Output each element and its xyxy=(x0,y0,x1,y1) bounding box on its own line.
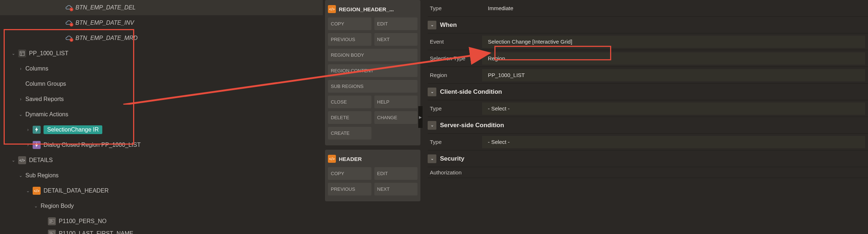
prop-row-client-type: Type - Select - xyxy=(428,100,868,117)
card-title: HEADER xyxy=(339,156,362,162)
gallery-btn-next[interactable]: NEXT xyxy=(374,183,418,195)
prop-label: Event xyxy=(428,39,482,45)
tree-panel: − BTN_EMP_DATE_DEL − BTN_EMP_DATE_INV − … xyxy=(0,0,323,234)
gallery-btn-create[interactable]: CREATE xyxy=(328,127,371,140)
prop-value[interactable]: PP_1000_LIST xyxy=(482,69,865,81)
prop-row-authorization: Authorization xyxy=(428,167,868,178)
prop-value[interactable]: Region xyxy=(482,52,865,65)
gallery-btn-region-body[interactable]: REGION BODY xyxy=(328,49,417,61)
button-icon: − xyxy=(65,5,73,11)
chevron-down-icon: ⌄ xyxy=(25,188,31,193)
tree-item-details[interactable]: ⌄ </> DETAILS xyxy=(0,153,323,168)
dynamic-action-icon xyxy=(33,141,41,149)
tree-label: DETAILS xyxy=(29,157,53,164)
gallery-btn-sub-regions[interactable]: SUB REGIONS xyxy=(328,80,417,93)
tree-item-btn-mrd[interactable]: − BTN_EMP_DATE_MRD xyxy=(0,31,323,46)
chevron-down-icon: ⌄ xyxy=(10,158,17,163)
section-title: When xyxy=(440,21,457,29)
tree-label: P1100_PERS_NO xyxy=(59,218,107,225)
tree-item-selection-change[interactable]: › SelectionChange IR xyxy=(0,122,323,137)
chevron-down-icon: ⌄ xyxy=(428,121,436,130)
tree-label: BTN_EMP_DATE_INV xyxy=(75,20,134,26)
gallery-btn-region-content[interactable]: REGION CONTENT xyxy=(328,64,417,77)
tree-label: BTN_EMP_DATE_MRD xyxy=(75,35,137,41)
tree-item-last-first-name[interactable]: P1100_LAST_FIRST_NAME xyxy=(0,229,323,234)
dynamic-action-icon xyxy=(33,126,41,134)
region-icon xyxy=(18,49,26,57)
tree-item-btn-del[interactable]: − BTN_EMP_DATE_DEL xyxy=(0,0,323,15)
section-when[interactable]: ⌄ When xyxy=(428,17,868,33)
section-title: Security xyxy=(440,155,464,162)
gallery-btn-next[interactable]: NEXT xyxy=(374,33,418,46)
tree-label: P1100_LAST_FIRST_NAME xyxy=(59,230,133,234)
tree-label: Dynamic Actions xyxy=(25,111,68,118)
tree-item-dialog-closed[interactable]: › Dialog Closed Region PP_1000_LIST xyxy=(0,137,323,153)
prop-row-region: Region PP_1000_LIST xyxy=(428,67,868,84)
section-server-condition[interactable]: ⌄ Server-side Condition xyxy=(428,117,868,134)
tree-item-pers-no[interactable]: P1100_PERS_NO xyxy=(0,214,323,229)
gallery-btn-close[interactable]: CLOSE xyxy=(328,96,371,108)
gallery-btn-copy[interactable]: COPY xyxy=(328,167,371,180)
prop-label: Region xyxy=(428,72,482,78)
prop-value[interactable]: - Select - xyxy=(482,102,865,115)
gallery-btn-edit[interactable]: EDIT xyxy=(374,17,418,30)
tree-label: Sub Regions xyxy=(25,172,59,179)
property-editor: ▶ Type Immediate ⌄ When Event Selection … xyxy=(423,0,868,234)
prop-value[interactable]: Immediate xyxy=(482,5,868,11)
tree-item-detail-data-header[interactable]: ⌄ </> DETAIL_DATA_HEADER xyxy=(0,183,323,198)
prop-value[interactable]: - Select - xyxy=(482,136,865,148)
prop-row-server-type: Type - Select - xyxy=(428,134,868,150)
prop-row-type: Type Immediate xyxy=(428,0,868,17)
gallery-btn-previous[interactable]: PREVIOUS xyxy=(328,183,371,195)
svg-rect-0 xyxy=(20,51,24,56)
prop-value-event[interactable]: Selection Change [Interactive Grid] xyxy=(482,36,865,48)
tree-item-pp1000-list[interactable]: ⌄ PP_1000_LIST xyxy=(0,46,323,61)
item-icon xyxy=(48,230,56,234)
tree-item-btn-inv[interactable]: − BTN_EMP_DATE_INV xyxy=(0,15,323,31)
prop-label: Selection Type xyxy=(428,55,482,61)
code-icon: </> xyxy=(328,5,336,13)
tree-label: Region Body xyxy=(41,203,74,209)
collapse-handle-right[interactable]: ▶ xyxy=(418,106,423,128)
chevron-right-icon: › xyxy=(17,66,24,71)
button-icon: − xyxy=(65,20,73,26)
chevron-down-icon: ⌄ xyxy=(428,154,436,163)
item-icon xyxy=(48,217,56,225)
gallery-btn-help[interactable]: HELP xyxy=(374,96,418,108)
tree-item-saved-reports[interactable]: › Saved Reports xyxy=(0,92,323,107)
chevron-down-icon: ⌄ xyxy=(428,21,436,29)
section-security[interactable]: ⌄ Security xyxy=(428,150,868,167)
chevron-down-icon: ⌄ xyxy=(10,51,17,56)
gallery-btn-change[interactable]: CHANGE xyxy=(374,111,418,124)
chevron-down-icon: ⌄ xyxy=(17,173,24,178)
gallery-btn-previous[interactable]: PREVIOUS xyxy=(328,33,371,46)
prop-label: Type xyxy=(428,139,482,145)
prop-label: Authorization xyxy=(428,169,482,176)
prop-row-selection-type: Selection Type Region xyxy=(428,50,868,67)
gallery-card-region-header: </> REGION_HEADER_... COPY EDIT PREVIOUS… xyxy=(325,0,420,145)
gallery-btn-edit[interactable]: EDIT xyxy=(374,167,418,180)
tree-item-columns[interactable]: › Columns xyxy=(0,61,323,76)
tree-label: SelectionChange IR xyxy=(44,125,102,134)
prop-row-event: Event Selection Change [Interactive Grid… xyxy=(428,33,868,50)
tree-label: Columns xyxy=(25,65,48,72)
section-title: Client-side Condition xyxy=(440,88,502,96)
chevron-right-icon: › xyxy=(17,97,24,102)
chevron-down-icon: ⌄ xyxy=(17,112,24,117)
code-icon: </> xyxy=(18,156,26,164)
tree-item-dynamic-actions[interactable]: ⌄ Dynamic Actions xyxy=(0,107,323,122)
code-icon: </> xyxy=(33,187,41,195)
gallery-btn-copy[interactable]: COPY xyxy=(328,17,371,30)
tree-item-column-groups[interactable]: Column Groups xyxy=(0,76,323,92)
tree-item-sub-regions[interactable]: ⌄ Sub Regions xyxy=(0,168,323,183)
chevron-down-icon: ⌄ xyxy=(428,88,436,96)
tree-label: Column Groups xyxy=(25,81,66,87)
tree-label: PP_1000_LIST xyxy=(29,50,69,57)
tree-item-region-body[interactable]: ⌄ Region Body xyxy=(0,198,323,214)
gallery-btn-delete[interactable]: DELETE xyxy=(328,111,371,124)
tree-label: Saved Reports xyxy=(25,96,64,102)
card-title: REGION_HEADER_... xyxy=(339,6,394,12)
tree-label: Dialog Closed Region PP_1000_LIST xyxy=(44,142,141,148)
section-client-condition[interactable]: ⌄ Client-side Condition xyxy=(428,84,868,100)
prop-label: Type xyxy=(428,5,482,11)
